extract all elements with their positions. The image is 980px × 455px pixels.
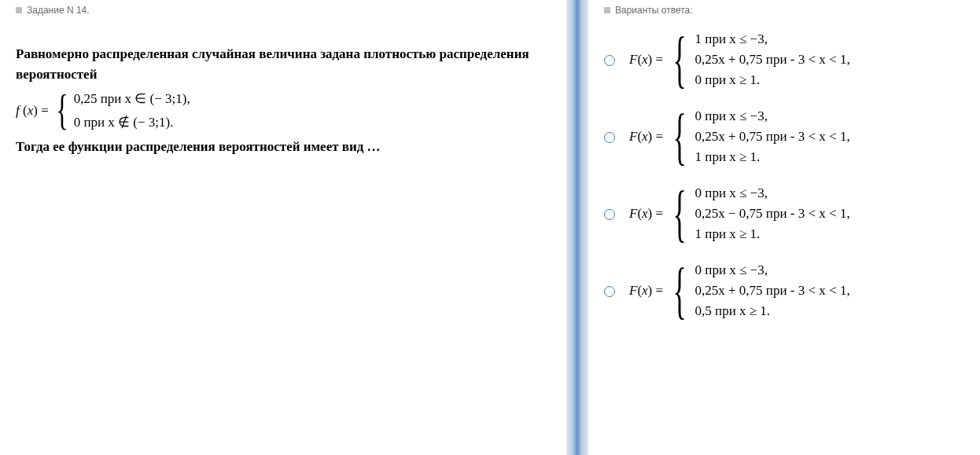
density-case-2: 0 при x ∉ (− 3;1). [74, 112, 190, 133]
answers-list: F(x) = { 1 при x ≤ −3, 0,25x + 0,75 при … [604, 31, 972, 319]
answer-option-2[interactable]: F(x) = { 0 при x ≤ −3, 0,25x + 0,75 при … [604, 108, 972, 165]
answer-line: 1 при x ≥ 1. [695, 149, 850, 165]
fx-lhs: f (x) = [16, 101, 49, 121]
answer-line: 1 при x ≥ 1. [695, 226, 850, 242]
answer-formula: F(x) = { 0 при x ≤ −3, 0,25x − 0,75 при … [629, 185, 850, 242]
vertical-divider [566, 0, 588, 455]
answer-line: 1 при x ≤ −3, [695, 31, 850, 47]
answer-line: 0,25x + 0,75 при - 3 < x < 1, [695, 129, 850, 145]
question-header-text: Задание N 14. [27, 5, 90, 16]
page: Задание N 14. Равномерно распределенная … [0, 0, 980, 455]
left-brace-icon: { [673, 114, 687, 160]
question-header: Задание N 14. [16, 5, 551, 16]
answer-line: 0 при x ≤ −3, [695, 185, 850, 201]
answer-line: 0,25x − 0,75 при - 3 < x < 1, [695, 206, 850, 222]
answer-line: 0 при x ≤ −3, [695, 108, 850, 124]
answer-option-4[interactable]: F(x) = { 0 при x ≤ −3, 0,25x + 0,75 при … [604, 262, 972, 319]
problem-question: Тогда ее функции распределения вероятнос… [16, 137, 551, 157]
answer-line: 0 при x ≥ 1. [695, 72, 850, 88]
radio-icon[interactable] [604, 209, 615, 220]
answer-formula: F(x) = { 0 при x ≤ −3, 0,25x + 0,75 при … [629, 262, 850, 319]
answers-panel: Варианты ответа: F(x) = { 1 при x ≤ −3, … [588, 0, 980, 455]
answer-option-1[interactable]: F(x) = { 1 при x ≤ −3, 0,25x + 0,75 при … [604, 31, 972, 88]
answers-header-text: Варианты ответа: [615, 5, 693, 16]
left-brace-icon: { [56, 94, 68, 127]
answer-line: 0 при x ≤ −3, [695, 262, 850, 278]
left-brace-icon: { [673, 191, 687, 237]
answers-header: Варианты ответа: [604, 5, 972, 16]
radio-icon[interactable] [604, 132, 615, 143]
left-brace-icon: { [673, 268, 687, 314]
left-brace-icon: { [673, 37, 687, 83]
problem-intro: Равномерно распределенная случайная вели… [16, 44, 551, 84]
answer-option-3[interactable]: F(x) = { 0 при x ≤ −3, 0,25x − 0,75 при … [604, 185, 972, 242]
answer-formula: F(x) = { 0 при x ≤ −3, 0,25x + 0,75 при … [629, 108, 850, 165]
radio-icon[interactable] [604, 55, 615, 66]
density-cases: 0,25 при x ∈ (− 3;1), 0 при x ∉ (− 3;1). [74, 89, 190, 132]
density-formula: f (x) = { 0,25 при x ∈ (− 3;1), 0 при x … [16, 89, 551, 132]
radio-icon[interactable] [604, 286, 615, 297]
problem-text: Равномерно распределенная случайная вели… [16, 44, 551, 157]
answer-line: 0,5 при x ≥ 1. [695, 303, 850, 319]
answer-line: 0,25x + 0,75 при - 3 < x < 1, [695, 283, 850, 299]
question-panel: Задание N 14. Равномерно распределенная … [0, 0, 566, 455]
bullet-icon [16, 7, 22, 13]
density-case-1: 0,25 при x ∈ (− 3;1), [74, 89, 190, 109]
bullet-icon [604, 7, 610, 13]
answer-formula: F(x) = { 1 при x ≤ −3, 0,25x + 0,75 при … [629, 31, 850, 88]
answer-line: 0,25x + 0,75 при - 3 < x < 1, [695, 52, 850, 68]
